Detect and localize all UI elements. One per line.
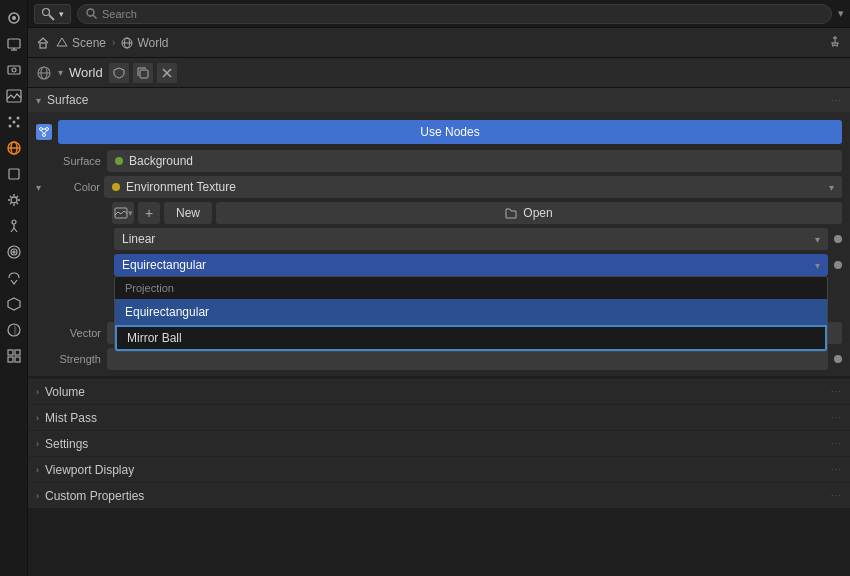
projection-dot-indicator xyxy=(834,261,842,269)
svg-line-34 xyxy=(94,16,97,19)
svg-rect-35 xyxy=(40,43,46,48)
svg-point-48 xyxy=(43,134,46,137)
sidebar-icon-physics[interactable] xyxy=(2,240,26,264)
surface-field-value: Background xyxy=(107,150,842,172)
svg-point-10 xyxy=(12,121,15,124)
svg-point-1 xyxy=(12,16,16,20)
equirectangular-label: Equirectangular xyxy=(125,305,209,319)
sidebar-icon-object[interactable] xyxy=(2,162,26,186)
svg-point-17 xyxy=(11,197,17,203)
svg-rect-28 xyxy=(15,350,20,355)
sidebar-icon-view[interactable] xyxy=(2,58,26,82)
editor-type-button[interactable]: ▾ xyxy=(34,4,71,24)
color-expand-icon[interactable]: ▾ xyxy=(36,182,41,193)
shield-button[interactable] xyxy=(109,63,129,83)
sidebar-icon-particles2[interactable] xyxy=(2,214,26,238)
image-new-button[interactable]: + xyxy=(138,202,160,224)
svg-rect-2 xyxy=(8,39,20,48)
color-field-label: Color xyxy=(45,181,100,193)
volume-dots: ··· xyxy=(831,386,842,397)
breadcrumb-world[interactable]: World xyxy=(121,36,168,50)
volume-section[interactable]: › Volume ··· xyxy=(28,378,850,404)
top-bar-dropdown[interactable]: ▾ xyxy=(838,7,844,20)
sidebar-icon-data[interactable] xyxy=(2,292,26,316)
mist-dots: ··· xyxy=(831,412,842,423)
new-label-button[interactable]: New xyxy=(164,202,212,224)
surface-section-header[interactable]: ▾ Surface ··· xyxy=(28,88,850,112)
sidebar-icon-render[interactable] xyxy=(2,6,26,30)
surface-dot-indicator xyxy=(115,157,123,165)
use-nodes-button[interactable]: Use Nodes xyxy=(58,120,842,144)
settings-dots: ··· xyxy=(831,438,842,449)
sidebar-icon-constraints[interactable] xyxy=(2,266,26,290)
settings-section[interactable]: › Settings ··· xyxy=(28,430,850,456)
mirror-ball-label: Mirror Ball xyxy=(127,331,182,345)
surface-prop-row: Surface Background xyxy=(28,148,850,174)
sidebar-icon-texture[interactable] xyxy=(2,344,26,368)
sidebar-icon-scene[interactable] xyxy=(2,84,26,108)
surface-field-label: Surface xyxy=(36,155,101,167)
search-placeholder: Search xyxy=(102,8,137,20)
strength-dot-indicator xyxy=(834,355,842,363)
breadcrumb-separator: › xyxy=(112,37,115,48)
viewport-label: Viewport Display xyxy=(45,463,134,477)
projection-dropdown-popup: Projection Equirectangular Mirror Ball xyxy=(114,276,828,352)
linear-dropdown[interactable]: Linear ▾ xyxy=(114,228,828,250)
surface-section-dots: ··· xyxy=(831,95,842,106)
projection-dropdown[interactable]: Equirectangular ▾ xyxy=(114,254,828,276)
copy-button[interactable] xyxy=(133,63,153,83)
svg-point-9 xyxy=(16,117,19,120)
search-bar[interactable]: Search xyxy=(77,4,832,24)
top-bar-right: ▾ xyxy=(838,7,844,20)
arrow-annotation xyxy=(826,332,828,344)
equirectangular-item[interactable]: Equirectangular xyxy=(115,299,827,325)
mirror-ball-item[interactable]: Mirror Ball xyxy=(115,325,827,351)
breadcrumb-world-label: World xyxy=(137,36,168,50)
linear-dropdown-container: Linear ▾ xyxy=(114,228,828,250)
close-button[interactable] xyxy=(157,63,177,83)
svg-rect-43 xyxy=(140,70,148,78)
color-dot-indicator xyxy=(112,183,120,191)
svg-point-33 xyxy=(87,9,94,16)
viewport-section[interactable]: › Viewport Display ··· xyxy=(28,456,850,482)
image-row: ▾ + New Open xyxy=(28,200,850,226)
open-button[interactable]: Open xyxy=(216,202,842,224)
open-label-text: Open xyxy=(523,206,552,220)
viewport-dots: ··· xyxy=(831,464,842,475)
projection-header-label: Projection xyxy=(125,282,174,294)
scene-icon xyxy=(56,37,68,49)
top-bar: ▾ Search ▾ xyxy=(28,0,850,28)
custom-section[interactable]: › Custom Properties ··· xyxy=(28,482,850,508)
svg-point-46 xyxy=(40,128,43,131)
linear-value-text: Linear xyxy=(122,232,155,246)
mist-section[interactable]: › Mist Pass ··· xyxy=(28,404,850,430)
sidebar-icon-modifier[interactable] xyxy=(2,188,26,212)
projection-prop-row: Equirectangular ▾ Projection Equirectang… xyxy=(28,252,850,278)
world-name: World xyxy=(69,65,103,80)
sidebar-icon-world[interactable] xyxy=(2,136,26,160)
mist-chevron-icon: › xyxy=(36,413,39,423)
svg-rect-29 xyxy=(8,357,13,362)
world-header-icon xyxy=(36,65,52,81)
color-prop-row: ▾ Color Environment Texture ▾ xyxy=(28,174,850,200)
viewport-chevron-icon: › xyxy=(36,465,39,475)
sidebar-icon-particles[interactable] xyxy=(2,110,26,134)
surface-dropdown[interactable]: Background xyxy=(107,150,842,172)
custom-chevron-icon: › xyxy=(36,491,39,501)
surface-section-content: Use Nodes Surface Background xyxy=(28,112,850,376)
breadcrumb-scene[interactable]: Scene xyxy=(56,36,106,50)
image-preview-button[interactable]: ▾ xyxy=(112,202,134,224)
editor-type-dropdown-icon: ▾ xyxy=(59,9,64,19)
custom-label: Custom Properties xyxy=(45,489,144,503)
pin-button[interactable] xyxy=(828,34,842,51)
svg-point-8 xyxy=(8,117,11,120)
sidebar-icon-output[interactable] xyxy=(2,32,26,56)
linear-prop-row: Linear ▾ xyxy=(28,226,850,252)
svg-line-21 xyxy=(14,228,17,232)
tools-icon xyxy=(36,36,50,50)
svg-marker-36 xyxy=(57,38,67,46)
nodes-icon xyxy=(36,124,52,140)
color-dropdown[interactable]: Environment Texture ▾ xyxy=(104,176,842,198)
sidebar-icon-material[interactable] xyxy=(2,318,26,342)
volume-label: Volume xyxy=(45,385,85,399)
